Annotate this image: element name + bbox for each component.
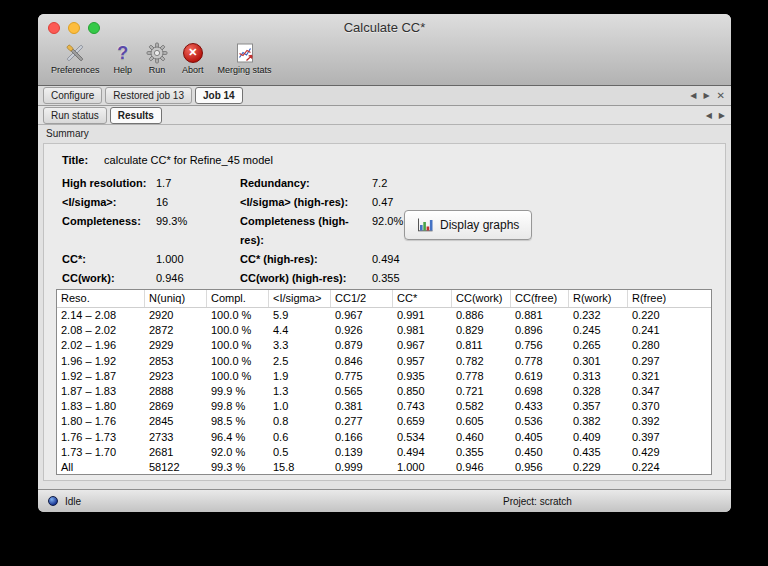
table-cell: 0.811 [452,338,511,353]
table-cell: 0.881 [511,308,569,323]
tab-scroll-right-icon[interactable]: ▶ [719,111,725,120]
table-cell: 0.450 [511,445,569,460]
results-panel: Title:calculate CC* for Refine_45 model … [43,143,726,481]
tab-job-14[interactable]: Job 14 [195,87,243,104]
column-header[interactable]: Compl. [207,290,269,307]
summary-label: Title: [62,154,88,166]
table-cell: 96.4 % [207,430,269,445]
toolbar-button-preferences[interactable]: Preferences [48,40,103,75]
merging-stats-icon [234,40,256,65]
app-window: Calculate CC* Preferences [38,14,731,512]
tab-results[interactable]: Results [110,107,162,124]
table-row[interactable]: 1.83 – 1.80286999.8 %1.00.3810.7430.5820… [57,399,711,414]
table-row[interactable]: 1.96 – 1.922853100.0 %2.50.8460.9570.782… [57,354,711,369]
table-row[interactable]: 1.76 – 1.73273396.4 %0.60.1660.5340.4600… [57,430,711,445]
toolbar-button-abort[interactable]: ✕ Abort [179,40,207,75]
table-cell: 0.879 [331,338,393,353]
tab-scroll-left-icon[interactable]: ◀ [690,91,696,100]
column-header[interactable]: N(uniq) [145,290,207,307]
summary-value: 99.3% [156,212,240,250]
display-graphs-button[interactable]: Display graphs [404,210,532,240]
table-cell: 0.946 [452,460,511,475]
column-header[interactable]: CC(work) [452,290,511,307]
tab-scroll-right-icon[interactable]: ▶ [703,91,709,100]
summary-label: Redundancy: [240,174,372,193]
table-cell: 2920 [145,308,207,323]
job-tab-bar: Configure Restored job 13 Job 14 ◀ ▶ ✕ [38,86,731,106]
column-header[interactable]: CC(free) [511,290,569,307]
table-cell: 0.756 [511,338,569,353]
summary-label: <I/sigma> (high-res): [240,193,372,212]
table-cell: 1.76 – 1.73 [57,430,145,445]
table-row[interactable]: 1.80 – 1.76284598.5 %0.80.2770.6590.6050… [57,414,711,429]
window-chrome: Calculate CC* Preferences [38,14,731,86]
table-row[interactable]: All5812299.3 %15.80.9991.0000.9460.9560.… [57,460,711,475]
column-header[interactable]: <I/sigma> [269,290,331,307]
summary-title-row: Title:calculate CC* for Refine_45 model [62,154,273,166]
tab-summary[interactable]: Summary [46,128,89,139]
table-cell: 0.926 [331,323,393,338]
tab-close-icon[interactable]: ✕ [717,90,725,101]
column-header[interactable]: CC1/2 [331,290,393,307]
table-cell: 0.381 [331,399,393,414]
table-cell: 100.0 % [207,323,269,338]
table-row[interactable]: 1.92 – 1.872923100.0 %1.90.7750.9350.778… [57,369,711,384]
table-row[interactable]: 2.08 – 2.022872100.0 %4.40.9260.9810.829… [57,323,711,338]
summary-label: CC(work): [62,269,156,288]
summary-label: High resolution: [62,174,156,193]
summary-label: Completeness (high-res): [240,212,372,250]
table-cell: 2853 [145,354,207,369]
toolbar: Preferences ? Help [38,40,731,85]
project-label: Project: scratch [503,496,572,507]
summary-label: Completeness: [62,212,156,250]
table-row[interactable]: 1.73 – 1.70268192.0 %0.50.1390.4940.3550… [57,445,711,460]
table-cell: 0.265 [569,338,628,353]
column-header[interactable]: CC* [393,290,452,307]
tab-scroll-left-icon[interactable]: ◀ [706,111,712,120]
column-header[interactable]: R(free) [628,290,711,307]
tab-run-status[interactable]: Run status [43,107,107,124]
run-gear-icon [146,40,168,65]
table-row[interactable]: 2.02 – 1.962929100.0 %3.30.8790.9670.811… [57,338,711,353]
toolbar-button-merging-stats[interactable]: Merging stats [215,40,275,75]
table-cell: 15.8 [269,460,331,475]
tab-restored-job-13[interactable]: Restored job 13 [105,87,192,104]
toolbar-label: Run [149,65,166,75]
table-cell: 0.721 [452,384,511,399]
table-cell: 0.896 [511,323,569,338]
table-cell: 0.981 [393,323,452,338]
table-cell: 0.6 [269,430,331,445]
table-cell: 1.73 – 1.70 [57,445,145,460]
column-header[interactable]: R(work) [569,290,628,307]
summary-label: <I/sigma>: [62,193,156,212]
table-cell: 0.778 [452,369,511,384]
table-cell: 0.301 [569,354,628,369]
table-row[interactable]: 2.14 – 2.082920100.0 %5.90.9670.9910.886… [57,308,711,323]
section-tab-bar: Summary [38,125,731,141]
table-cell: 1.87 – 1.83 [57,384,145,399]
toolbar-button-run[interactable]: Run [143,40,171,75]
column-header[interactable]: Reso. [57,290,145,307]
table-cell: 2845 [145,414,207,429]
table-cell: 0.967 [393,338,452,353]
table-row[interactable]: 1.87 – 1.83288899.9 %1.30.5650.8500.7210… [57,384,711,399]
tab-configure[interactable]: Configure [43,87,102,104]
table-cell: 0.220 [628,308,711,323]
summary-value: 0.494 [372,250,462,269]
job-tab-nav: ◀ ▶ ✕ [690,86,725,105]
table-cell: 0.846 [331,354,393,369]
table-cell: 0.229 [569,460,628,475]
table-cell: 0.357 [569,399,628,414]
table-cell: 0.659 [393,414,452,429]
table-cell: 0.321 [628,369,711,384]
table-cell: 0.370 [628,399,711,414]
table-cell: 0.313 [569,369,628,384]
table-cell: 0.241 [628,323,711,338]
table-cell: 0.245 [569,323,628,338]
table-cell: 1.83 – 1.80 [57,399,145,414]
window-title: Calculate CC* [38,20,731,35]
result-tab-nav: ◀ ▶ [706,106,725,124]
table-cell: 5.9 [269,308,331,323]
table-cell: 98.5 % [207,414,269,429]
toolbar-button-help[interactable]: ? Help [111,40,136,75]
